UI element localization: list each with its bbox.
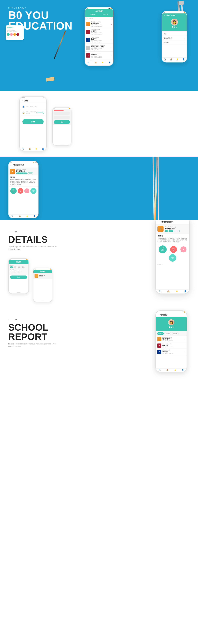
profile-nav-discover[interactable]: 🔍发现 (162, 58, 168, 61)
profile-nav-schools[interactable]: 🏫院校 (168, 58, 174, 61)
hero-section: IT'S SO EASEY B0 YOU EDUCATION 柏伍教育(留学择校… (0, 0, 198, 91)
match-nav-2[interactable]: 🏫 (163, 369, 171, 371)
school-report-section: 02 SCHOOL REPORT Match the most suitable… (0, 308, 198, 384)
filter-confirm-btn[interactable]: 确认 (10, 276, 27, 279)
big-nav-4[interactable]: 👤 (181, 290, 189, 292)
registration-section: 4:20 PM90%▪ ✕ 注册 👤 请输入大学名字/名字 🔒 请输入大学密码或… (0, 91, 198, 156)
details-section: 01 DETAILS To provide you with detailed … (0, 220, 198, 308)
paper-flatlay-mockup: 普林斯顿大学 Princeton University 美国 新泽西 Princ… (6, 26, 24, 40)
match-school-princeton[interactable]: P Princeton University 普林斯顿大学 美国 · 新泽西 ·… (156, 336, 186, 342)
tab-sprint[interactable]: 冲刺院校 (157, 332, 164, 335)
reg-nav-1[interactable]: 🔍 (20, 148, 26, 150)
tab-safe[interactable]: 保底院校 (172, 332, 179, 335)
match-heart-duke[interactable]: ♡ (184, 351, 185, 353)
uni-list-item-harvard1[interactable]: H Harvard University 哈佛大学 美国 · 新泽西 · Pri… (85, 28, 113, 36)
detail-pencil-3 (158, 156, 159, 220)
match-heart-princeton[interactable]: ♡ (184, 338, 185, 340)
detail-nav-3[interactable]: ⭐ (23, 215, 31, 217)
username-field[interactable]: 👤 请输入大学名字/名字 (21, 104, 46, 109)
hero-title-line1: B0 YOU (8, 9, 49, 21)
match-username: 亲大大 (157, 326, 185, 329)
password-placeholder: 请输入大学密码或者点击 (26, 111, 37, 114)
profile-nav-profile[interactable]: 👤我的 (180, 58, 186, 61)
match-back-btn[interactable]: ← (157, 314, 159, 316)
profile-field-region[interactable]: 欲读地区 › (162, 40, 186, 44)
registration-phone: 4:20 PM90%▪ ✕ 注册 👤 请输入大学名字/名字 🔒 请输入大学密码或… (19, 96, 47, 151)
nav-profile[interactable]: 👤我的 (106, 62, 113, 65)
heart-icon-duke1[interactable]: ♡ (110, 39, 112, 41)
tab-filter[interactable]: 筛选收藏 (99, 14, 112, 16)
big-nav-1[interactable]: 🔍 (156, 290, 164, 292)
heart-icon-princeton[interactable]: ♥ (111, 23, 112, 25)
detail-blue-section: 9:41📶 90% ← 普林斯顿大学 P Princeton Universit… (0, 156, 198, 220)
detail-pencil-2 (152, 156, 155, 220)
details-num: 01 (15, 231, 17, 233)
tab-discover[interactable]: 发现学校 (86, 14, 99, 16)
nav-schools[interactable]: 🏫院校 (92, 62, 99, 65)
register-button[interactable]: 注册 (23, 119, 44, 124)
close-button[interactable]: ✕ (21, 99, 23, 102)
detail-nav-1[interactable]: 🔍 (9, 215, 16, 217)
report-heading-line1: SCHOOL (8, 322, 48, 332)
register-title: 注册 (24, 100, 28, 102)
match-nav-4[interactable]: 👤 (179, 369, 186, 371)
princeton-detail-phone: 9:41📶 90% ← 普林斯顿大学 P Princeton Universit… (8, 161, 39, 218)
profile-field-grade[interactable]: 年级 › (162, 32, 186, 36)
profile-username: 亲大大 (162, 26, 186, 28)
details-small-phone-2: 9:41📶 学校筛选 P 普林斯顿大学 National U. 1 (33, 268, 52, 302)
form-variant-phone: 9:41📶 确认 (52, 107, 72, 146)
main-list-phone: 9:41▶ ⬛ 📶 柏伍教育 发现学校 筛选收藏 🔍 搜索学校... P Pri… (85, 7, 113, 66)
eraser-decoration (46, 77, 55, 82)
nav-discover[interactable]: 🔍发现 (85, 62, 92, 65)
profile-field-time[interactable]: 预期出国时间 › (162, 36, 186, 40)
heart-icon-caltech[interactable]: ♡ (110, 47, 112, 48)
big-nav-2[interactable]: 🏫 (164, 290, 172, 292)
match-nav-1[interactable]: 🔍 (156, 369, 163, 371)
report-desc: Match the most suitable for their own in… (8, 343, 61, 348)
detail-school-name: 普林斯顿大学 (13, 164, 24, 166)
match-school-harvard[interactable]: H Harvard University 哈佛大学 美国 · 新泽西 · Pri… (156, 342, 186, 349)
match-school-duke[interactable]: D Duke University 杜克大学 美国 · 新泽西 · Prince… (156, 349, 186, 355)
details-desc: To provide you with detailed content, so… (8, 246, 61, 251)
nav-favorites[interactable]: ⭐收藏 (99, 62, 106, 65)
reg-nav-4[interactable]: 👤 (40, 148, 47, 150)
sharpener-decoration (179, 1, 183, 5)
send-code-button[interactable]: 获取验证码 (37, 112, 44, 114)
match-nav-3[interactable]: ⭐ (171, 369, 179, 371)
big-nav-3[interactable]: ⭐ (172, 290, 181, 292)
details-big-phone: 9:4190% 📶 ← 普林斯顿大学 P Princeton Universit… (155, 220, 190, 294)
uni-list-item-caltech[interactable]: C California Inst. of Technology 加州福尼亚理工… (85, 44, 113, 52)
match-phone: 9:4190% 📶 ← 性格报告 👩 亲大大 冲刺院校 核心院校 保底院校 P … (155, 310, 187, 372)
app-name: 柏伍教育 (86, 10, 112, 13)
profile-phone: 9:41📶 ← 我的个人信息 👩 亲大大 年级 › 预期出国时间 › 欲读地区 … (161, 11, 187, 62)
tab-core[interactable]: 核心院校 (164, 332, 171, 335)
heart-icon-harvard1[interactable]: ♡ (110, 31, 112, 33)
detail-nav-2[interactable]: 🏫 (16, 215, 24, 217)
report-num: 02 (15, 319, 17, 321)
detail-name-en: Princeton University (16, 169, 33, 170)
details-small-phone-1: 9:41📶 筛选结果 所在地区 全部 美国 英国 澳洲 专业类型 工程 商科 理… (8, 258, 29, 294)
report-heading-line2: REPORT (8, 332, 47, 342)
password-field[interactable]: 🔒 请输入大学密码或者点击 获取验证码 (21, 110, 46, 116)
uni-list-item-duke1[interactable]: D Duke University 杜克大学 美国 · 新泽西 · Prince… (85, 36, 113, 44)
paper-title: 普林斯顿大学 (7, 26, 23, 28)
username-placeholder: 请输入大学名字/名字 (26, 106, 38, 108)
uni-list-item-harvard2[interactable]: H Harvard University 哈佛大学 美国 · 新泽西 · Pri… (85, 52, 113, 59)
reg-nav-3[interactable]: ⭐ (33, 148, 40, 150)
profile-nav-favorites[interactable]: ⭐收藏 (174, 58, 180, 61)
detail-nav-4[interactable]: 👤 (31, 215, 38, 217)
reg-nav-2[interactable]: 🏫 (26, 148, 33, 150)
big-back-btn[interactable]: ← (157, 220, 160, 223)
detail-name-cn: 普林斯顿大学 (16, 170, 33, 172)
match-heart-harvard[interactable]: ♡ (184, 344, 185, 346)
paintbrush-decoration (54, 31, 66, 60)
heart-icon-harvard2[interactable]: ♡ (110, 54, 112, 56)
back-button-detail[interactable]: ← (10, 164, 12, 166)
uni-list-item-princeton[interactable]: P Princeton University 普林斯顿大学 美国 · 新泽西 ·… (85, 20, 113, 28)
detail-description: 发展简介 普林斯顿大学研究生专业涵盖 建筑、生命科学、计算与信息科学、工程及应用… (10, 179, 36, 185)
